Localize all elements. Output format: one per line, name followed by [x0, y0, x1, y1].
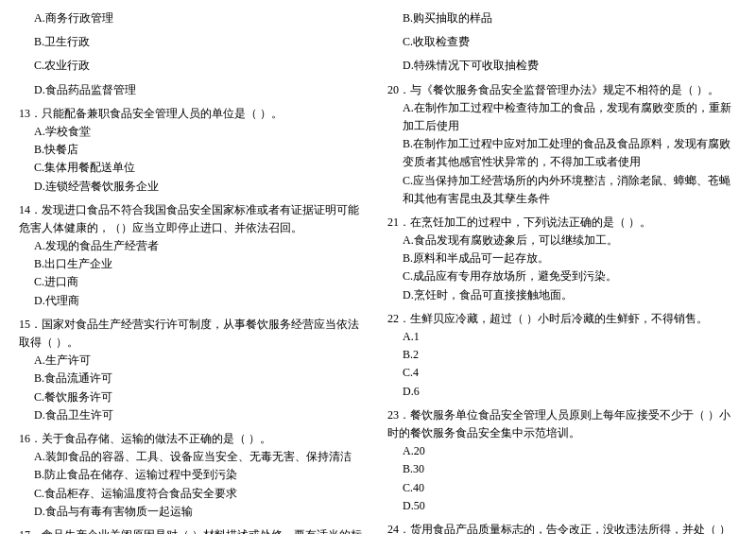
option-c: C.集体用餐配送单位 [19, 159, 369, 177]
option-text: B.购买抽取的样品 [387, 9, 737, 27]
question-title: 15．国家对食品生产经营实行许可制度，从事餐饮服务经营应当依法取得（ ）。 [19, 316, 369, 352]
option-b: B.30 [387, 460, 737, 478]
option-a: A.20 [387, 442, 737, 460]
content-area: A.商务行政管理 B.卫生行政 C.农业行政 D.食品药品监督管理 13．只能配… [19, 9, 737, 534]
option-c: C.应当保持加工经营场所的内外环境整洁，消除老鼠、蟑螂、苍蝇和其他有害昆虫及其孳… [387, 172, 737, 208]
question-15: 15．国家对食品生产经营实行许可制度，从事餐饮服务经营应当依法取得（ ）。 A.… [19, 316, 369, 424]
option-a: A.在制作加工过程中检查待加工的食品，发现有腐败变质的，重新加工后使用 [387, 99, 737, 135]
left-column: A.商务行政管理 B.卫生行政 C.农业行政 D.食品药品监督管理 13．只能配… [19, 9, 369, 534]
option-a: A.食品发现有腐败迹象后，可以继续加工。 [387, 232, 737, 250]
left-item-l2: B.卫生行政 [19, 33, 369, 51]
question-16: 16．关于食品存储、运输的做法不正确的是（ ）。 A.装卸食品的容器、工具、设备… [19, 430, 369, 521]
question-title: 21．在烹饪加工的过程中，下列说法正确的是（ ）。 [387, 214, 737, 232]
option-b: B.出口生产企业 [19, 255, 369, 273]
question-title: 13．只能配备兼职食品安全管理人员的单位是（ ）。 [19, 105, 369, 123]
option-c: C.4 [387, 364, 737, 382]
option-d: D.食品与有毒有害物质一起运输 [19, 503, 369, 521]
page-container: A.商务行政管理 B.卫生行政 C.农业行政 D.食品药品监督管理 13．只能配… [19, 9, 737, 534]
question-title: 16．关于食品存储、运输的做法不正确的是（ ）。 [19, 430, 369, 448]
option-b: B.2 [387, 346, 737, 364]
option-a: A.学校食堂 [19, 123, 369, 141]
option-c: C.餐饮服务许可 [19, 388, 369, 406]
left-item-l1: A.商务行政管理 [19, 9, 369, 27]
question-title: 22．生鲜贝应冷藏，超过（ ）小时后冷藏的生鲜虾，不得销售。 [387, 310, 737, 328]
question-17: 17．食品生产企业关闭原因是对（ ）材料描述或处修、要有适当的标准，在组织上建立… [19, 526, 369, 534]
left-item-l4: D.食品药品监督管理 [19, 81, 369, 99]
right-item-r3: D.特殊情况下可收取抽检费 [387, 57, 737, 75]
question-24: 24．货用食品产品质量标志的，告令改正，没收违法所得，并处（ ）罚款。 A.二千… [387, 521, 737, 534]
option-text: C.收取检查费 [387, 33, 737, 51]
option-b: B.快餐店 [19, 141, 369, 159]
question-title: 20．与《餐饮服务食品安全监督管理办法》规定不相符的是（ ）。 [387, 81, 737, 99]
option-b: B.原料和半成品可一起存放。 [387, 250, 737, 267]
option-text: C.农业行政 [19, 57, 369, 75]
question-title: 17．食品生产企业关闭原因是对（ ）材料描述或处修、要有适当的标准，在组织上建立… [19, 526, 369, 534]
question-title: 24．货用食品产品质量标志的，告令改正，没收违法所得，并处（ ）罚款。 [387, 521, 737, 534]
option-c: C.40 [387, 479, 737, 497]
option-d: D.50 [387, 497, 737, 515]
option-text: D.特殊情况下可收取抽检费 [387, 57, 737, 75]
option-a: A.发现的食品生产经营者 [19, 237, 369, 255]
right-column: B.购买抽取的样品 C.收取检查费 D.特殊情况下可收取抽检费 20．与《餐饮服… [387, 9, 737, 534]
question-title: 14．发现进口食品不符合我国食品安全国家标准或者有证据证明可能危害人体健康的，（… [19, 201, 369, 237]
right-item-r2: C.收取检查费 [387, 33, 737, 51]
option-d: D.6 [387, 383, 737, 401]
question-20: 20．与《餐饮服务食品安全监督管理办法》规定不相符的是（ ）。 A.在制作加工过… [387, 81, 737, 208]
question-13: 13．只能配备兼职食品安全管理人员的单位是（ ）。 A.学校食堂 B.快餐店 C… [19, 105, 369, 196]
option-b: B.在制作加工过程中应对加工处理的食品及食品原料，发现有腐败变质者其他感官性状异… [387, 135, 737, 171]
option-a: A.生产许可 [19, 352, 369, 370]
option-text: D.食品药品监督管理 [19, 81, 369, 99]
question-22: 22．生鲜贝应冷藏，超过（ ）小时后冷藏的生鲜虾，不得销售。 A.1 B.2 C… [387, 310, 737, 401]
option-d: D.代理商 [19, 292, 369, 310]
question-23: 23．餐饮服务单位食品安全管理人员原则上每年应接受不少于（ ）小时的餐饮服务食品… [387, 406, 737, 515]
question-14: 14．发现进口食品不符合我国食品安全国家标准或者有证据证明可能危害人体健康的，（… [19, 201, 369, 310]
option-c: C.食品柜存、运输温度符合食品安全要求 [19, 485, 369, 503]
option-b: B.防止食品在储存、运输过程中受到污染 [19, 466, 369, 484]
option-d: D.连锁经营餐饮服务企业 [19, 178, 369, 196]
option-b: B.食品流通许可 [19, 370, 369, 388]
question-21: 21．在烹饪加工的过程中，下列说法正确的是（ ）。 A.食品发现有腐败迹象后，可… [387, 214, 737, 304]
left-item-l3: C.农业行政 [19, 57, 369, 75]
option-c: C.成品应有专用存放场所，避免受到污染。 [387, 267, 737, 285]
option-d: D.食品卫生许可 [19, 406, 369, 424]
option-c: C.进口商 [19, 273, 369, 291]
option-text: A.商务行政管理 [19, 9, 369, 27]
question-title: 23．餐饮服务单位食品安全管理人员原则上每年应接受不少于（ ）小时的餐饮服务食品… [387, 406, 737, 442]
option-text: B.卫生行政 [19, 33, 369, 51]
option-a: A.1 [387, 328, 737, 346]
option-a: A.装卸食品的容器、工具、设备应当安全、无毒无害、保持清洁 [19, 448, 369, 466]
option-d: D.烹饪时，食品可直接接触地面。 [387, 286, 737, 304]
right-item-r1: B.购买抽取的样品 [387, 9, 737, 27]
